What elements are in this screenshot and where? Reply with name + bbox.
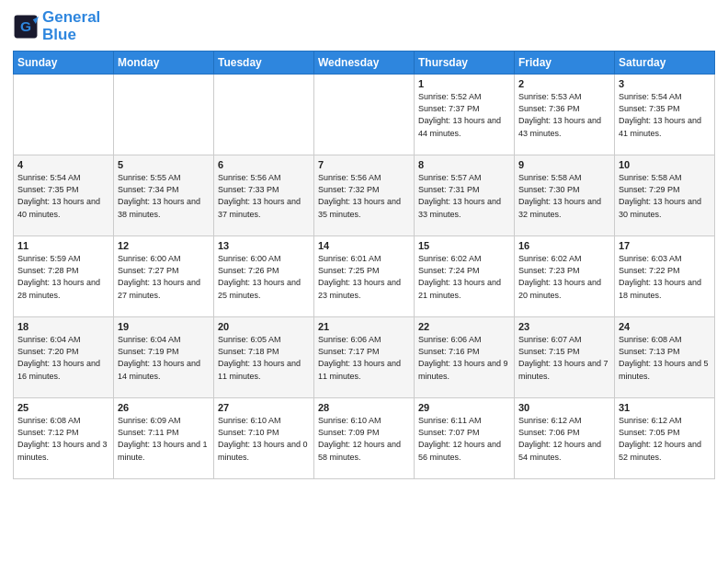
calendar-cell: 12Sunrise: 6:00 AMSunset: 7:27 PMDayligh… xyxy=(114,236,214,317)
calendar-table: SundayMondayTuesdayWednesdayThursdayFrid… xyxy=(13,51,715,479)
day-info: Sunrise: 6:06 AMSunset: 7:16 PMDaylight:… xyxy=(418,334,510,382)
day-info: Sunrise: 5:55 AMSunset: 7:34 PMDaylight:… xyxy=(118,172,210,220)
day-info: Sunrise: 6:05 AMSunset: 7:18 PMDaylight:… xyxy=(218,334,310,382)
calendar-cell: 4Sunrise: 5:54 AMSunset: 7:35 PMDaylight… xyxy=(14,155,114,236)
day-info: Sunrise: 5:52 AMSunset: 7:37 PMDaylight:… xyxy=(418,91,510,139)
weekday-header-thursday: Thursday xyxy=(415,52,515,75)
day-number: 15 xyxy=(418,240,510,251)
day-number: 30 xyxy=(518,402,610,413)
day-number: 16 xyxy=(518,240,610,251)
calendar-cell: 24Sunrise: 6:08 AMSunset: 7:13 PMDayligh… xyxy=(615,317,715,398)
day-number: 1 xyxy=(418,78,510,89)
calendar-cell: 7Sunrise: 5:56 AMSunset: 7:32 PMDaylight… xyxy=(314,155,415,236)
calendar-week-2: 4Sunrise: 5:54 AMSunset: 7:35 PMDaylight… xyxy=(14,155,715,236)
calendar-cell: 10Sunrise: 5:58 AMSunset: 7:29 PMDayligh… xyxy=(615,155,715,236)
calendar-cell: 11Sunrise: 5:59 AMSunset: 7:28 PMDayligh… xyxy=(14,236,114,317)
calendar-cell: 18Sunrise: 6:04 AMSunset: 7:20 PMDayligh… xyxy=(14,317,114,398)
calendar-cell: 16Sunrise: 6:02 AMSunset: 7:23 PMDayligh… xyxy=(515,236,615,317)
day-info: Sunrise: 6:12 AMSunset: 7:06 PMDaylight:… xyxy=(518,415,610,463)
day-number: 10 xyxy=(619,159,711,170)
day-number: 2 xyxy=(518,78,610,89)
day-info: Sunrise: 6:03 AMSunset: 7:22 PMDaylight:… xyxy=(619,253,711,301)
day-info: Sunrise: 6:08 AMSunset: 7:13 PMDaylight:… xyxy=(619,334,711,382)
weekday-header-saturday: Saturday xyxy=(615,52,715,75)
calendar-cell: 29Sunrise: 6:11 AMSunset: 7:07 PMDayligh… xyxy=(415,398,515,479)
day-number: 27 xyxy=(218,402,310,413)
day-number: 4 xyxy=(17,159,109,170)
day-info: Sunrise: 6:12 AMSunset: 7:05 PMDaylight:… xyxy=(619,415,711,463)
day-info: Sunrise: 5:57 AMSunset: 7:31 PMDaylight:… xyxy=(418,172,510,220)
day-info: Sunrise: 6:00 AMSunset: 7:26 PMDaylight:… xyxy=(218,253,310,301)
day-info: Sunrise: 6:02 AMSunset: 7:23 PMDaylight:… xyxy=(518,253,610,301)
day-info: Sunrise: 6:06 AMSunset: 7:17 PMDaylight:… xyxy=(318,334,410,382)
day-number: 17 xyxy=(619,240,711,251)
calendar-week-1: 1Sunrise: 5:52 AMSunset: 7:37 PMDaylight… xyxy=(14,75,715,155)
day-number: 26 xyxy=(118,402,210,413)
calendar-week-3: 11Sunrise: 5:59 AMSunset: 7:28 PMDayligh… xyxy=(14,236,715,317)
day-info: Sunrise: 6:02 AMSunset: 7:24 PMDaylight:… xyxy=(418,253,510,301)
calendar-cell: 8Sunrise: 5:57 AMSunset: 7:31 PMDaylight… xyxy=(415,155,515,236)
day-info: Sunrise: 5:54 AMSunset: 7:35 PMDaylight:… xyxy=(17,172,109,220)
calendar-cell: 17Sunrise: 6:03 AMSunset: 7:22 PMDayligh… xyxy=(615,236,715,317)
weekday-header-sunday: Sunday xyxy=(14,52,114,75)
logo: G General Blue xyxy=(13,9,100,43)
logo-icon: G xyxy=(13,14,39,40)
calendar-cell: 13Sunrise: 6:00 AMSunset: 7:26 PMDayligh… xyxy=(214,236,314,317)
calendar-cell: 21Sunrise: 6:06 AMSunset: 7:17 PMDayligh… xyxy=(314,317,415,398)
day-number: 12 xyxy=(118,240,210,251)
calendar-week-5: 25Sunrise: 6:08 AMSunset: 7:12 PMDayligh… xyxy=(14,398,715,479)
calendar-cell: 23Sunrise: 6:07 AMSunset: 7:15 PMDayligh… xyxy=(515,317,615,398)
calendar-cell xyxy=(314,75,415,155)
calendar-cell: 20Sunrise: 6:05 AMSunset: 7:18 PMDayligh… xyxy=(214,317,314,398)
day-info: Sunrise: 6:04 AMSunset: 7:19 PMDaylight:… xyxy=(118,334,210,382)
day-number: 7 xyxy=(318,159,410,170)
day-number: 11 xyxy=(17,240,109,251)
day-info: Sunrise: 5:56 AMSunset: 7:33 PMDaylight:… xyxy=(218,172,310,220)
day-number: 6 xyxy=(218,159,310,170)
day-info: Sunrise: 6:07 AMSunset: 7:15 PMDaylight:… xyxy=(518,334,610,382)
day-info: Sunrise: 6:09 AMSunset: 7:11 PMDaylight:… xyxy=(118,415,210,463)
calendar-cell xyxy=(114,75,214,155)
day-info: Sunrise: 6:10 AMSunset: 7:09 PMDaylight:… xyxy=(318,415,410,463)
day-number: 25 xyxy=(17,402,109,413)
calendar-cell: 31Sunrise: 6:12 AMSunset: 7:05 PMDayligh… xyxy=(615,398,715,479)
calendar-cell: 5Sunrise: 5:55 AMSunset: 7:34 PMDaylight… xyxy=(114,155,214,236)
day-number: 24 xyxy=(619,321,711,332)
calendar-cell: 28Sunrise: 6:10 AMSunset: 7:09 PMDayligh… xyxy=(314,398,415,479)
weekday-header-friday: Friday xyxy=(515,52,615,75)
day-number: 9 xyxy=(518,159,610,170)
day-number: 13 xyxy=(218,240,310,251)
calendar-cell: 30Sunrise: 6:12 AMSunset: 7:06 PMDayligh… xyxy=(515,398,615,479)
day-number: 31 xyxy=(619,402,711,413)
day-info: Sunrise: 6:04 AMSunset: 7:20 PMDaylight:… xyxy=(17,334,109,382)
day-number: 22 xyxy=(418,321,510,332)
calendar-cell xyxy=(214,75,314,155)
weekday-header-tuesday: Tuesday xyxy=(214,52,314,75)
day-number: 3 xyxy=(619,78,711,89)
weekday-header-row: SundayMondayTuesdayWednesdayThursdayFrid… xyxy=(14,52,715,75)
header: G General Blue xyxy=(13,9,715,43)
page: G General Blue SundayMondayTuesdayWednes… xyxy=(0,0,728,563)
day-number: 28 xyxy=(318,402,410,413)
day-number: 20 xyxy=(218,321,310,332)
logo-text: General Blue xyxy=(42,9,100,43)
day-info: Sunrise: 5:54 AMSunset: 7:35 PMDaylight:… xyxy=(619,91,711,139)
calendar-cell: 3Sunrise: 5:54 AMSunset: 7:35 PMDaylight… xyxy=(615,75,715,155)
day-info: Sunrise: 6:08 AMSunset: 7:12 PMDaylight:… xyxy=(17,415,109,463)
day-number: 18 xyxy=(17,321,109,332)
day-info: Sunrise: 6:00 AMSunset: 7:27 PMDaylight:… xyxy=(118,253,210,301)
day-number: 29 xyxy=(418,402,510,413)
day-number: 21 xyxy=(318,321,410,332)
calendar-week-4: 18Sunrise: 6:04 AMSunset: 7:20 PMDayligh… xyxy=(14,317,715,398)
calendar-cell: 25Sunrise: 6:08 AMSunset: 7:12 PMDayligh… xyxy=(14,398,114,479)
calendar-cell: 1Sunrise: 5:52 AMSunset: 7:37 PMDaylight… xyxy=(415,75,515,155)
day-info: Sunrise: 6:01 AMSunset: 7:25 PMDaylight:… xyxy=(318,253,410,301)
day-number: 19 xyxy=(118,321,210,332)
day-info: Sunrise: 6:10 AMSunset: 7:10 PMDaylight:… xyxy=(218,415,310,463)
weekday-header-wednesday: Wednesday xyxy=(314,52,415,75)
day-info: Sunrise: 5:53 AMSunset: 7:36 PMDaylight:… xyxy=(518,91,610,139)
day-info: Sunrise: 5:56 AMSunset: 7:32 PMDaylight:… xyxy=(318,172,410,220)
calendar-cell: 26Sunrise: 6:09 AMSunset: 7:11 PMDayligh… xyxy=(114,398,214,479)
calendar-cell: 27Sunrise: 6:10 AMSunset: 7:10 PMDayligh… xyxy=(214,398,314,479)
day-number: 14 xyxy=(318,240,410,251)
